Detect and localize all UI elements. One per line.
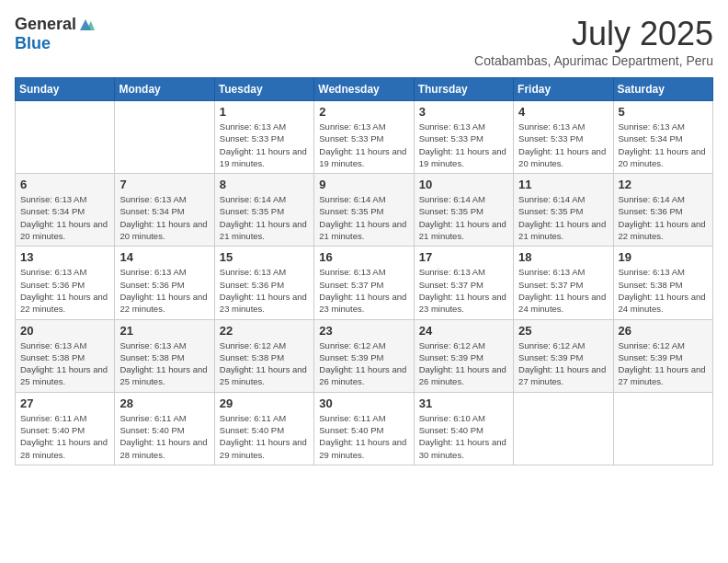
day-cell: 15Sunrise: 6:13 AM Sunset: 5:36 PM Dayli… xyxy=(214,247,313,319)
day-number: 26 xyxy=(619,324,708,338)
day-number: 10 xyxy=(419,178,508,191)
day-info: Sunrise: 6:14 AM Sunset: 5:35 PM Dayligh… xyxy=(220,193,309,242)
day-number: 20 xyxy=(20,324,109,338)
day-info: Sunrise: 6:12 AM Sunset: 5:39 PM Dayligh… xyxy=(619,339,708,388)
day-cell: 2Sunrise: 6:13 AM Sunset: 5:33 PM Daylig… xyxy=(314,101,414,174)
day-info: Sunrise: 6:14 AM Sunset: 5:36 PM Dayligh… xyxy=(619,193,708,242)
day-info: Sunrise: 6:11 AM Sunset: 5:40 PM Dayligh… xyxy=(20,412,109,461)
day-info: Sunrise: 6:11 AM Sunset: 5:40 PM Dayligh… xyxy=(319,412,408,461)
day-number: 1 xyxy=(220,105,309,119)
day-cell: 31Sunrise: 6:10 AM Sunset: 5:40 PM Dayli… xyxy=(414,392,513,465)
day-info: Sunrise: 6:11 AM Sunset: 5:40 PM Dayligh… xyxy=(119,412,209,461)
day-number: 31 xyxy=(419,396,508,410)
week-row-5: 27Sunrise: 6:11 AM Sunset: 5:40 PM Dayli… xyxy=(16,392,713,465)
day-cell: 1Sunrise: 6:13 AM Sunset: 5:33 PM Daylig… xyxy=(214,101,313,174)
day-number: 16 xyxy=(319,250,408,264)
day-info: Sunrise: 6:12 AM Sunset: 5:39 PM Dayligh… xyxy=(518,339,608,388)
day-cell: 23Sunrise: 6:12 AM Sunset: 5:39 PM Dayli… xyxy=(314,319,414,392)
day-number: 12 xyxy=(619,178,708,191)
day-cell: 8Sunrise: 6:14 AM Sunset: 5:35 PM Daylig… xyxy=(214,174,313,247)
day-number: 21 xyxy=(119,324,209,338)
day-number: 30 xyxy=(319,396,408,410)
weekday-header-thursday: Thursday xyxy=(414,78,513,101)
day-number: 19 xyxy=(619,250,708,264)
day-cell: 9Sunrise: 6:14 AM Sunset: 5:35 PM Daylig… xyxy=(314,174,414,247)
day-info: Sunrise: 6:13 AM Sunset: 5:36 PM Dayligh… xyxy=(20,266,109,315)
day-number: 18 xyxy=(518,250,608,264)
day-cell: 20Sunrise: 6:13 AM Sunset: 5:38 PM Dayli… xyxy=(16,319,115,392)
day-info: Sunrise: 6:14 AM Sunset: 5:35 PM Dayligh… xyxy=(319,193,408,242)
day-cell: 27Sunrise: 6:11 AM Sunset: 5:40 PM Dayli… xyxy=(16,392,115,465)
weekday-header-friday: Friday xyxy=(514,78,613,101)
day-number: 8 xyxy=(220,178,309,191)
day-cell: 16Sunrise: 6:13 AM Sunset: 5:37 PM Dayli… xyxy=(314,247,414,319)
day-cell: 25Sunrise: 6:12 AM Sunset: 5:39 PM Dayli… xyxy=(514,319,613,392)
location-title: Cotabambas, Apurimac Department, Peru xyxy=(474,53,713,68)
day-info: Sunrise: 6:13 AM Sunset: 5:36 PM Dayligh… xyxy=(119,266,209,315)
day-cell: 12Sunrise: 6:14 AM Sunset: 5:36 PM Dayli… xyxy=(613,174,712,247)
weekday-header-row: SundayMondayTuesdayWednesdayThursdayFrid… xyxy=(16,78,713,101)
day-cell xyxy=(115,101,214,174)
day-info: Sunrise: 6:13 AM Sunset: 5:34 PM Dayligh… xyxy=(119,193,209,242)
weekday-header-sunday: Sunday xyxy=(16,78,115,101)
day-number: 24 xyxy=(419,324,508,338)
day-info: Sunrise: 6:13 AM Sunset: 5:33 PM Dayligh… xyxy=(220,121,309,169)
day-info: Sunrise: 6:13 AM Sunset: 5:37 PM Dayligh… xyxy=(518,266,608,315)
day-number: 22 xyxy=(220,324,309,338)
day-cell: 18Sunrise: 6:13 AM Sunset: 5:37 PM Dayli… xyxy=(514,247,613,319)
week-row-4: 20Sunrise: 6:13 AM Sunset: 5:38 PM Dayli… xyxy=(16,319,713,392)
month-title: July 2025 xyxy=(474,15,713,53)
day-number: 14 xyxy=(119,250,209,264)
day-cell xyxy=(613,392,712,465)
day-number: 15 xyxy=(220,250,309,264)
week-row-3: 13Sunrise: 6:13 AM Sunset: 5:36 PM Dayli… xyxy=(16,247,713,319)
day-info: Sunrise: 6:12 AM Sunset: 5:39 PM Dayligh… xyxy=(319,339,408,388)
day-info: Sunrise: 6:13 AM Sunset: 5:37 PM Dayligh… xyxy=(319,266,408,315)
day-info: Sunrise: 6:13 AM Sunset: 5:33 PM Dayligh… xyxy=(319,121,408,169)
week-row-2: 6Sunrise: 6:13 AM Sunset: 5:34 PM Daylig… xyxy=(16,174,713,247)
day-cell: 24Sunrise: 6:12 AM Sunset: 5:39 PM Dayli… xyxy=(414,319,513,392)
day-number: 28 xyxy=(119,396,209,410)
day-info: Sunrise: 6:12 AM Sunset: 5:38 PM Dayligh… xyxy=(220,339,309,388)
day-info: Sunrise: 6:13 AM Sunset: 5:36 PM Dayligh… xyxy=(220,266,309,315)
day-cell: 6Sunrise: 6:13 AM Sunset: 5:34 PM Daylig… xyxy=(16,174,115,247)
day-number: 29 xyxy=(220,396,309,410)
logo-icon xyxy=(76,17,95,32)
day-cell: 14Sunrise: 6:13 AM Sunset: 5:36 PM Dayli… xyxy=(115,247,214,319)
day-info: Sunrise: 6:13 AM Sunset: 5:38 PM Dayligh… xyxy=(20,339,109,388)
day-number: 2 xyxy=(319,105,408,119)
day-number: 23 xyxy=(319,324,408,338)
day-info: Sunrise: 6:13 AM Sunset: 5:37 PM Dayligh… xyxy=(419,266,508,315)
day-info: Sunrise: 6:11 AM Sunset: 5:40 PM Dayligh… xyxy=(220,412,309,461)
title-area: July 2025 Cotabambas, Apurimac Departmen… xyxy=(474,15,713,68)
day-cell: 5Sunrise: 6:13 AM Sunset: 5:34 PM Daylig… xyxy=(613,101,712,174)
day-cell: 3Sunrise: 6:13 AM Sunset: 5:33 PM Daylig… xyxy=(414,101,513,174)
day-info: Sunrise: 6:13 AM Sunset: 5:33 PM Dayligh… xyxy=(419,121,508,169)
day-info: Sunrise: 6:14 AM Sunset: 5:35 PM Dayligh… xyxy=(518,193,608,242)
week-row-1: 1Sunrise: 6:13 AM Sunset: 5:33 PM Daylig… xyxy=(16,101,713,174)
weekday-header-tuesday: Tuesday xyxy=(214,78,313,101)
day-info: Sunrise: 6:14 AM Sunset: 5:35 PM Dayligh… xyxy=(419,193,508,242)
day-cell: 10Sunrise: 6:14 AM Sunset: 5:35 PM Dayli… xyxy=(414,174,513,247)
day-cell: 17Sunrise: 6:13 AM Sunset: 5:37 PM Dayli… xyxy=(414,247,513,319)
logo-general-text: General xyxy=(15,15,76,34)
day-info: Sunrise: 6:10 AM Sunset: 5:40 PM Dayligh… xyxy=(419,412,508,461)
calendar: SundayMondayTuesdayWednesdayThursdayFrid… xyxy=(15,77,713,465)
day-cell: 13Sunrise: 6:13 AM Sunset: 5:36 PM Dayli… xyxy=(16,247,115,319)
day-number: 7 xyxy=(119,178,209,191)
day-cell: 19Sunrise: 6:13 AM Sunset: 5:38 PM Dayli… xyxy=(613,247,712,319)
day-number: 3 xyxy=(419,105,508,119)
day-number: 27 xyxy=(20,396,109,410)
day-cell: 7Sunrise: 6:13 AM Sunset: 5:34 PM Daylig… xyxy=(115,174,214,247)
day-info: Sunrise: 6:13 AM Sunset: 5:34 PM Dayligh… xyxy=(20,193,109,242)
logo-blue-text: Blue xyxy=(15,34,51,53)
day-number: 17 xyxy=(419,250,508,264)
day-cell: 29Sunrise: 6:11 AM Sunset: 5:40 PM Dayli… xyxy=(214,392,313,465)
day-cell: 11Sunrise: 6:14 AM Sunset: 5:35 PM Dayli… xyxy=(514,174,613,247)
day-number: 4 xyxy=(518,105,608,119)
day-cell: 22Sunrise: 6:12 AM Sunset: 5:38 PM Dayli… xyxy=(214,319,313,392)
day-number: 9 xyxy=(319,178,408,191)
day-cell xyxy=(16,101,115,174)
logo: General Blue xyxy=(15,15,95,53)
weekday-header-saturday: Saturday xyxy=(613,78,712,101)
